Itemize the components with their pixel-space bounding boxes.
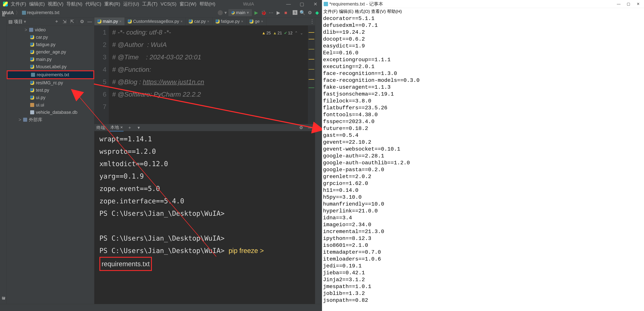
translate-icon[interactable]: 🅰 [292, 10, 298, 16]
tree-item[interactable]: car.py [7, 34, 94, 41]
menu-vcs[interactable]: VCS(S) [160, 1, 176, 7]
notepad-titlebar: *requirements.txt - 记事本 — ▢ ✕ [322, 0, 644, 8]
terminal-tab-local[interactable]: 本地 × [110, 124, 123, 132]
pycharm-logo-icon [3, 2, 8, 6]
project-tree[interactable]: >videocar.pyfatigue.pygender_age.pymain.… [7, 26, 94, 304]
np-menu-file[interactable]: 文件(F) [323, 8, 338, 14]
ok-icon [284, 27, 287, 39]
menu-view[interactable]: 视图(V) [48, 1, 63, 7]
editor-tab[interactable]: main.py× [94, 18, 125, 25]
editor-tab[interactable]: fatigue.py× [212, 18, 246, 25]
search-icon[interactable]: 🔍 [300, 10, 305, 16]
collapse-icon[interactable]: ⇱ [69, 19, 75, 24]
menu-tools[interactable]: 工具(T) [142, 1, 158, 7]
ui-icon [30, 103, 34, 107]
close-tab-icon[interactable]: × [261, 19, 263, 24]
np-menu-format[interactable]: 格式(O) [355, 8, 370, 14]
minimize-button[interactable]: — [285, 2, 292, 6]
notepad-title: *requirements.txt - 记事本 [330, 1, 383, 7]
tree-item[interactable]: main.py [7, 56, 94, 63]
maximize-button[interactable]: ▢ [298, 2, 306, 6]
terminal-hide-icon[interactable]: — [307, 125, 313, 130]
bottom-status-bar: 结构 [0, 304, 322, 311]
np-minimize-button[interactable]: — [614, 2, 623, 6]
editor-tab-label: fatigue.py [221, 19, 240, 24]
user-avatar-icon[interactable] [218, 10, 223, 15]
tree-item[interactable]: fatigue.py [7, 41, 94, 48]
notepad-body[interactable]: decorator==5.1.1 defusedxml==0.7.1 dlib=… [322, 15, 644, 311]
expand-icon[interactable]: ⇲ [62, 19, 67, 24]
debug-button[interactable]: 🐞 [261, 10, 266, 16]
new-terminal-icon[interactable]: + [127, 125, 132, 130]
editor-tab[interactable]: car.py× [186, 18, 212, 25]
menu-help[interactable]: 帮助(H) [200, 1, 216, 7]
terminal-body[interactable]: wrapt==1.14.1wsproto==1.2.0xmltodict==0.… [94, 131, 315, 304]
python-icon [128, 20, 132, 24]
python-icon [189, 20, 193, 24]
editor-tab[interactable]: ge× [246, 18, 266, 25]
hide-panel-icon[interactable]: — [87, 19, 92, 24]
menu-window[interactable]: 窗口(W) [180, 1, 196, 7]
tree-item[interactable]: requirements.txt [7, 70, 94, 79]
code-editor[interactable]: 1234567 # -*- coding: utf-8 -*-# @Author… [94, 26, 315, 124]
terminal-settings-icon[interactable]: ⚙ [298, 125, 304, 130]
tree-item[interactable]: ui.ui [7, 101, 94, 109]
tree-item[interactable]: >外部库 [7, 116, 94, 124]
terminal-header: 终端: 本地 × + ▾ ⚙ — [94, 124, 315, 131]
tree-item[interactable]: vehicle_database.db [7, 109, 94, 116]
menu-file[interactable]: 文件(F) [11, 1, 26, 7]
tree-item[interactable]: resIMG_rc.py [7, 79, 94, 86]
breadcrumb-file-label: requirements.txt [27, 10, 60, 15]
tree-item-label: fatigue.py [36, 42, 56, 47]
stop-button[interactable]: ■ [283, 10, 289, 16]
editor-scrollbar[interactable] [308, 26, 315, 124]
tree-item[interactable]: >video [7, 26, 94, 34]
more-run-icon[interactable]: ⋯ [268, 10, 274, 16]
tree-item[interactable]: ui.py [7, 94, 94, 101]
run-config-select[interactable]: main ▾ [228, 9, 252, 16]
tree-item[interactable]: MouseLabel.py [7, 63, 94, 70]
close-tab-icon[interactable]: × [207, 19, 209, 24]
menu-navigate[interactable]: 导航(N) [66, 1, 82, 7]
terminal-dropdown-icon[interactable]: ▾ [136, 125, 142, 130]
run-button[interactable]: ▶ [254, 10, 259, 16]
locate-icon[interactable]: ⌖ [54, 19, 60, 24]
breadcrumb-project[interactable]: WuIA [2, 10, 14, 16]
menu-run[interactable]: 运行(U) [123, 1, 139, 7]
warn-count: 21 [278, 27, 282, 39]
line-gutter: 1234567 [94, 26, 109, 124]
np-menu-help[interactable]: 帮助(H) [387, 8, 402, 14]
close-tab-icon[interactable]: × [241, 19, 243, 24]
np-menu-edit[interactable]: 编辑(E) [339, 8, 354, 14]
np-maximize-button[interactable]: ▢ [624, 2, 632, 6]
close-tab-icon[interactable]: × [119, 19, 122, 24]
left-tool-strip: 项目 [0, 18, 7, 304]
window-title: WuIA [243, 2, 254, 7]
tree-item-label: test.py [36, 88, 49, 93]
menu-code[interactable]: 代码(C) [85, 1, 101, 7]
tab-overflow-icon[interactable]: ⋮ [309, 18, 315, 24]
tree-item[interactable]: test.py [7, 86, 94, 94]
editor-tab[interactable]: CustomMessageBox.py× [125, 18, 186, 25]
close-tab-icon[interactable]: × [180, 19, 182, 24]
folder-icon: ▤ [8, 19, 13, 24]
inspection-widget[interactable]: 25 21 12 ⌃⌄ [262, 27, 303, 39]
settings-icon[interactable]: ⚙ [307, 10, 312, 16]
project-tool-tab[interactable]: 项目 [1, 18, 6, 20]
menu-edit[interactable]: 编辑(E) [29, 1, 45, 7]
py-icon [30, 50, 34, 54]
menu-refactor[interactable]: 重构(R) [104, 1, 120, 7]
ai-icon[interactable]: ◆ [314, 10, 320, 16]
gear-icon[interactable]: ⚙ [79, 19, 85, 24]
close-button[interactable]: ✕ [312, 2, 319, 6]
coverage-icon[interactable]: ▶ [276, 10, 281, 16]
breadcrumb-file[interactable]: requirements.txt [22, 10, 60, 15]
np-menu-view[interactable]: 查看(V) [371, 8, 386, 14]
error-count: 25 [266, 27, 271, 39]
editor-tab-label: CustomMessageBox.py [133, 19, 179, 24]
lib-icon [23, 118, 27, 122]
menu-bar: 文件(F) 编辑(E) 视图(V) 导航(N) 代码(C) 重构(R) 运行(U… [0, 0, 322, 8]
code-content: # -*- coding: utf-8 -*-# @Author : WuIA#… [109, 26, 315, 124]
np-close-button[interactable]: ✕ [634, 2, 642, 6]
tree-item[interactable]: gender_age.py [7, 48, 94, 56]
